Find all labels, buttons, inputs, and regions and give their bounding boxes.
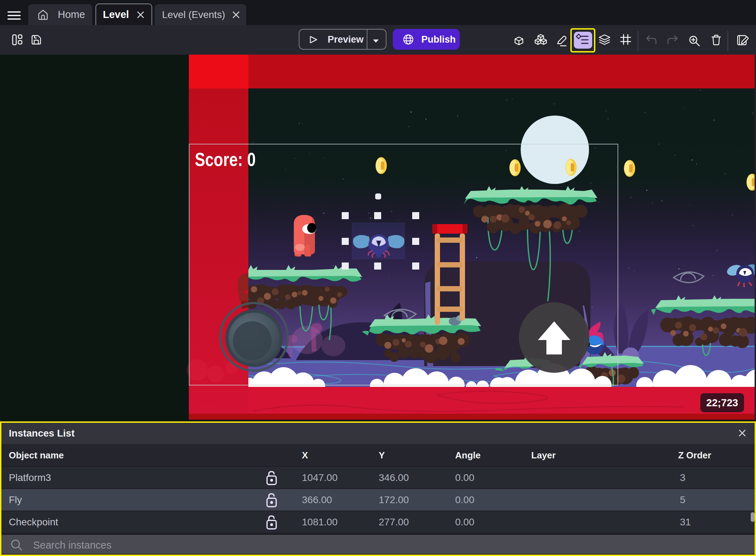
svg-text:22;723: 22;723 <box>706 397 738 408</box>
svg-text:Score: 0: Score: 0 <box>195 149 256 170</box>
